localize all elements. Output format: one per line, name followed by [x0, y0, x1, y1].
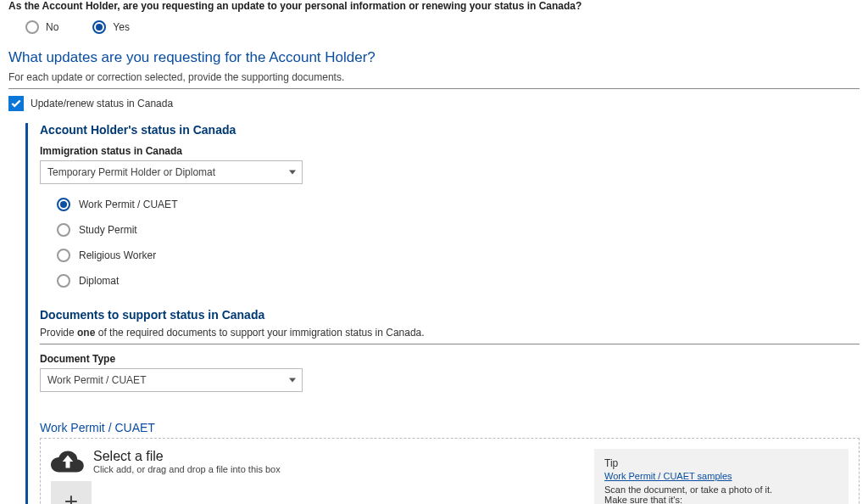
select-file-sub: Click add, or drag and drop a file into … [93, 464, 281, 474]
tip-title: Tip [604, 457, 838, 469]
select-file-title: Select a file [93, 449, 281, 464]
status-block: Account Holder's status in Canada Immigr… [25, 123, 860, 504]
radio-diplomat[interactable]: Diplomat [57, 274, 860, 288]
tip-line2: Make sure that it's: [604, 495, 838, 504]
q1-radio-group: No Yes [25, 20, 860, 34]
radio-diplomat-label: Diplomat [79, 275, 119, 287]
document-type-select[interactable]: Work Permit / CUAET [40, 368, 303, 392]
radio-yes[interactable]: Yes [92, 20, 130, 34]
plus-icon: + [64, 488, 78, 504]
question-account-holder: As the Account Holder, are you requestin… [8, 0, 860, 12]
radio-icon [57, 274, 70, 288]
radio-icon [57, 249, 70, 262]
radio-icon-selected [92, 20, 106, 34]
upload-section-title: Work Permit / CUAET [40, 421, 860, 434]
radio-religious-label: Religious Worker [79, 249, 156, 261]
tip-line1: Scan the document, or take a photo of it… [604, 484, 838, 495]
checkbox-checked-icon [8, 96, 24, 111]
radio-religious-worker[interactable]: Religious Worker [57, 249, 860, 262]
document-type-label: Document Type [40, 353, 860, 365]
permit-radio-group: Work Permit / CUAET Study Permit Religio… [57, 198, 860, 288]
tip-samples-link[interactable]: Work Permit / CUAET samples [604, 471, 732, 481]
section-title: What updates are you requesting for the … [8, 49, 860, 66]
immigration-status-select[interactable]: Temporary Permit Holder or Diplomat [40, 160, 303, 184]
radio-study-label: Study Permit [79, 224, 137, 236]
checkbox-label: Update/renew status in Canada [31, 98, 173, 109]
radio-icon [57, 223, 70, 237]
upload-dropzone[interactable]: Select a file Click add, or drag and dro… [40, 438, 860, 504]
radio-no[interactable]: No [25, 20, 58, 34]
docs-subtitle: Provide one of the required documents to… [40, 327, 860, 344]
radio-work-label: Work Permit / CUAET [79, 199, 177, 210]
checkbox-update-status[interactable]: Update/renew status in Canada [8, 96, 860, 111]
section-subtitle: For each update or correction selected, … [8, 71, 860, 89]
radio-work-permit[interactable]: Work Permit / CUAET [57, 198, 860, 211]
add-file-button[interactable]: + [51, 481, 92, 504]
radio-icon [25, 20, 39, 34]
radio-yes-label: Yes [113, 21, 130, 33]
radio-icon-selected [57, 198, 70, 211]
radio-study-permit[interactable]: Study Permit [57, 223, 860, 237]
immigration-status-label: Immigration status in Canada [40, 145, 860, 157]
radio-no-label: No [46, 21, 58, 33]
docs-heading: Documents to support status in Canada [40, 308, 860, 322]
cloud-upload-icon [51, 449, 85, 474]
tip-box: Tip Work Permit / CUAET samples Scan the… [594, 449, 849, 504]
status-heading: Account Holder's status in Canada [40, 123, 860, 137]
